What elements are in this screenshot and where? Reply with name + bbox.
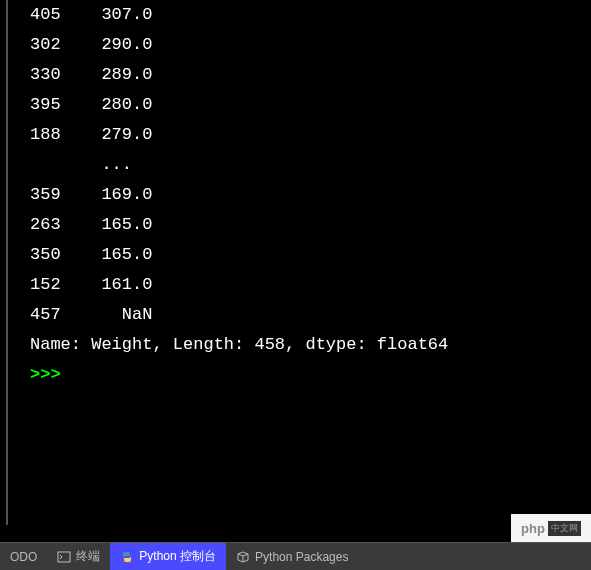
- row-index: 263: [30, 215, 61, 234]
- data-row: 359 169.0: [30, 180, 591, 210]
- tab-label: Python Packages: [255, 550, 348, 564]
- tab-label: 终端: [76, 548, 100, 565]
- tab-python-console[interactable]: Python 控制台: [110, 543, 226, 570]
- tab-label: ODO: [10, 550, 37, 564]
- series-summary: Name: Weight, Length: 458, dtype: float6…: [30, 330, 591, 360]
- data-row: 457 NaN: [30, 300, 591, 330]
- console-output: 405 307.0 302 290.0 330 289.0 395 280.0 …: [6, 0, 591, 525]
- row-index: 395: [30, 95, 61, 114]
- watermark: php 中文网: [511, 514, 591, 542]
- row-value: 289.0: [101, 65, 152, 84]
- row-value: 280.0: [101, 95, 152, 114]
- data-row: 188 279.0: [30, 120, 591, 150]
- row-index: 350: [30, 245, 61, 264]
- tab-label: Python 控制台: [139, 548, 216, 565]
- tab-terminal[interactable]: 终端: [47, 543, 110, 570]
- terminal-icon: [57, 550, 71, 564]
- row-index: 405: [30, 5, 61, 24]
- data-row: 152 161.0: [30, 270, 591, 300]
- row-value: 161.0: [101, 275, 152, 294]
- data-row: 263 165.0: [30, 210, 591, 240]
- row-value: 290.0: [101, 35, 152, 54]
- row-value: 169.0: [101, 185, 152, 204]
- data-row: 350 165.0: [30, 240, 591, 270]
- data-row: 330 289.0: [30, 60, 591, 90]
- row-index: 457: [30, 305, 61, 324]
- bottom-toolbar: ODO 终端 Python 控制台 Python Packages: [0, 542, 591, 570]
- row-value: 165.0: [101, 245, 152, 264]
- data-row: 395 280.0: [30, 90, 591, 120]
- row-value: 165.0: [101, 215, 152, 234]
- row-index: 359: [30, 185, 61, 204]
- data-row: 405 307.0: [30, 0, 591, 30]
- data-row: 302 290.0: [30, 30, 591, 60]
- row-index: 330: [30, 65, 61, 84]
- row-index: 152: [30, 275, 61, 294]
- ellipsis: ...: [101, 155, 132, 174]
- tab-todo[interactable]: ODO: [0, 543, 47, 570]
- row-index: 302: [30, 35, 61, 54]
- python-prompt[interactable]: >>>: [30, 360, 591, 390]
- svg-rect-0: [58, 552, 70, 562]
- row-index: 188: [30, 125, 61, 144]
- ellipsis-row: ...: [30, 150, 591, 180]
- packages-icon: [236, 550, 250, 564]
- tab-python-packages[interactable]: Python Packages: [226, 543, 358, 570]
- row-value: 279.0: [101, 125, 152, 144]
- row-value: 307.0: [101, 5, 152, 24]
- watermark-badge: 中文网: [548, 521, 581, 536]
- watermark-text: php: [521, 521, 545, 536]
- python-icon: [120, 550, 134, 564]
- row-value: NaN: [122, 305, 153, 324]
